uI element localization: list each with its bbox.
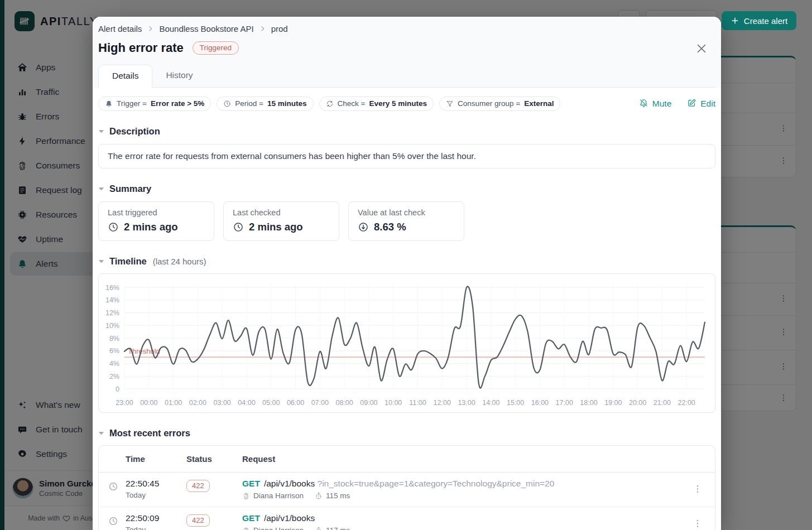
summary-card-label: Value at last check — [358, 208, 455, 217]
svg-text:2%: 2% — [109, 373, 119, 380]
svg-text:12%: 12% — [105, 309, 119, 317]
svg-text:21:00: 21:00 — [654, 399, 671, 407]
stopwatch-icon — [315, 492, 323, 500]
section-timeline[interactable]: Timeline (last 24 hours) — [98, 256, 715, 267]
error-table-row[interactable]: 22:50:45Today422GET/api/v1/books ?in_sto… — [99, 473, 715, 507]
mute-button[interactable]: Mute — [639, 98, 671, 110]
status-code-badge: 422 — [186, 514, 210, 527]
plus-icon — [731, 16, 739, 25]
caret-down-icon — [98, 186, 104, 192]
svg-text:16%: 16% — [105, 284, 119, 292]
edit-icon — [687, 98, 696, 110]
refresh-icon — [326, 100, 334, 108]
chip-label: Period = — [235, 99, 263, 108]
summary-card-value: 2 mins ago — [124, 221, 178, 233]
chip-value: External — [524, 99, 554, 108]
chip-value: 15 minutes — [267, 99, 307, 108]
svg-text:10:00: 10:00 — [385, 399, 402, 407]
config-chip-consumer-group: Consumer group =External — [439, 97, 560, 111]
row-menu-icon[interactable] — [693, 519, 703, 530]
clock-icon — [223, 100, 231, 108]
bell-icon — [105, 100, 113, 108]
svg-text:15:00: 15:00 — [507, 399, 524, 407]
svg-text:06:00: 06:00 — [287, 399, 304, 407]
create-alert-button[interactable]: Create alert — [722, 11, 796, 30]
section-most-recent-errors[interactable]: Most recent errors — [98, 428, 715, 439]
request-method: GET — [242, 513, 260, 523]
consumer-name: Diana Harrison — [253, 526, 304, 530]
close-icon[interactable] — [694, 41, 709, 56]
summary-card-last-checked: Last checked2 mins ago — [223, 201, 339, 241]
chip-label: Check = — [338, 99, 366, 108]
modal-header: Alert detailsBoundless Bookstore APIprod… — [93, 17, 721, 88]
breadcrumb-item[interactable]: Boundless Bookstore API — [159, 24, 253, 33]
summary-card-label: Last triggered — [108, 208, 205, 217]
error-table-row[interactable]: 22:50:09Today422GET/api/v1/booksDiana Ha… — [99, 507, 715, 530]
timeline-chart: 02%4%6%8%10%12%14%16%Threshold23:0000:00… — [98, 273, 715, 413]
request-duration: 115 ms — [326, 492, 350, 500]
chevron-right-icon — [259, 25, 266, 32]
clock-icon — [233, 221, 244, 233]
errors-table-header: Time Status Request — [99, 446, 715, 473]
request-path: /api/v1/books — [264, 513, 315, 523]
svg-text:12:00: 12:00 — [434, 399, 451, 407]
alert-config-chips: Trigger =Error rate > 5%Period =15 minut… — [98, 97, 715, 111]
chip-value: Every 5 minutes — [369, 99, 427, 108]
svg-text:4%: 4% — [109, 360, 119, 368]
clock-icon — [108, 516, 118, 528]
consumer-name: Diana Harrison — [253, 492, 304, 500]
breadcrumb-item[interactable]: prod — [271, 24, 288, 33]
breadcrumb: Alert detailsBoundless Bookstore APIprod — [98, 24, 715, 33]
fingerprint-icon — [242, 527, 250, 530]
svg-text:19:00: 19:00 — [604, 399, 622, 407]
modal-tabs: DetailsHistory — [98, 65, 715, 88]
bell-off-icon — [639, 98, 648, 110]
caret-down-icon — [98, 128, 104, 134]
svg-text:04:00: 04:00 — [238, 399, 255, 407]
summary-card-last-triggered: Last triggered2 mins ago — [98, 201, 214, 241]
funnel-icon — [446, 100, 454, 108]
summary-cards: Last triggered2 mins agoLast checked2 mi… — [98, 201, 715, 241]
svg-text:00:00: 00:00 — [140, 399, 157, 407]
svg-text:02:00: 02:00 — [189, 399, 206, 407]
arrow-down-circle-icon — [358, 221, 369, 233]
breadcrumb-item[interactable]: Alert details — [98, 24, 142, 33]
svg-text:8%: 8% — [109, 335, 119, 343]
page-title: High error rate — [98, 41, 184, 55]
config-chip-trigger: Trigger =Error rate > 5% — [98, 97, 211, 111]
svg-text:11:00: 11:00 — [409, 399, 426, 407]
caret-down-icon — [98, 430, 104, 436]
error-time: 22:50:45 — [126, 479, 186, 489]
request-method: GET — [242, 479, 260, 488]
svg-text:22:00: 22:00 — [678, 399, 695, 407]
stopwatch-icon — [315, 527, 323, 530]
error-date: Today — [126, 491, 186, 499]
svg-text:07:00: 07:00 — [311, 399, 329, 407]
column-header-status: Status — [186, 454, 242, 464]
svg-text:05:00: 05:00 — [262, 399, 280, 407]
fingerprint-icon — [242, 492, 250, 500]
description-text: The error rate for requests from externa… — [98, 144, 715, 168]
svg-text:13:00: 13:00 — [458, 399, 475, 407]
svg-text:20:00: 20:00 — [629, 399, 646, 407]
tab-details[interactable]: Details — [98, 65, 152, 88]
config-chip-check: Check =Every 5 minutes — [319, 97, 434, 111]
request-query: ?in_stock=true&page=1&category=Technolog… — [315, 479, 554, 488]
section-summary[interactable]: Summary — [98, 184, 715, 194]
svg-text:14:00: 14:00 — [482, 399, 499, 407]
svg-text:17:00: 17:00 — [556, 399, 573, 407]
timeline-line-chart: 02%4%6%8%10%12%14%16%Threshold23:0000:00… — [99, 274, 715, 412]
svg-text:03:00: 03:00 — [214, 399, 231, 407]
error-time: 22:50:09 — [126, 513, 186, 523]
summary-card-value: 8.63 % — [374, 221, 406, 233]
tab-history[interactable]: History — [152, 65, 206, 88]
config-chip-period: Period =15 minutes — [217, 97, 313, 111]
clock-icon — [108, 481, 118, 494]
row-menu-icon[interactable] — [693, 484, 703, 495]
section-description[interactable]: Description — [98, 126, 715, 137]
edit-button[interactable]: Edit — [687, 98, 715, 110]
chip-value: Error rate > 5% — [151, 99, 204, 108]
clock-icon — [108, 221, 119, 233]
request-path: /api/v1/books — [264, 479, 315, 488]
svg-text:18:00: 18:00 — [580, 399, 597, 407]
